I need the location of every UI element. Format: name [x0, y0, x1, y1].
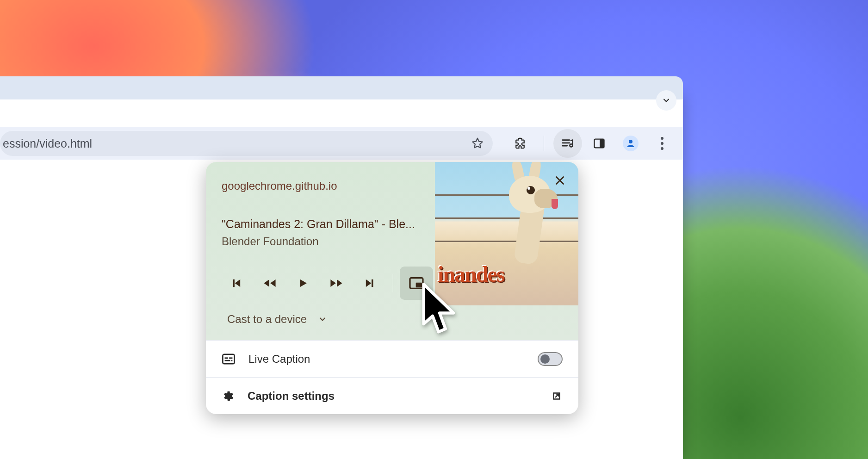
svg-rect-6 — [225, 357, 228, 359]
skip-next-icon — [363, 277, 376, 290]
browser-menu-button[interactable] — [654, 136, 670, 151]
caption-settings-row[interactable]: Caption settings — [206, 377, 578, 414]
chevron-down-icon — [318, 315, 327, 324]
extensions-button[interactable] — [512, 136, 528, 151]
url-text: ession/video.html — [0, 137, 92, 150]
side-panel-button[interactable] — [591, 136, 607, 151]
media-title: "Caminandes 2: Gran Dillama" - Ble... — [222, 217, 415, 231]
svg-rect-5 — [223, 354, 234, 363]
live-caption-label: Live Caption — [248, 353, 525, 366]
media-session-card: inandes googlechrome.github.io "Caminand… — [206, 162, 578, 340]
svg-rect-7 — [229, 357, 232, 359]
svg-point-2 — [629, 140, 632, 143]
chevron-down-icon — [662, 96, 671, 105]
controls-separator — [393, 274, 393, 292]
media-controls-button[interactable] — [560, 136, 576, 151]
fast-forward-button[interactable] — [320, 267, 353, 300]
cast-to-device-button[interactable]: Cast to a device — [227, 313, 327, 326]
skip-previous-icon — [230, 277, 243, 290]
toolbar-icon-group — [512, 136, 683, 151]
tabs-dropdown-button[interactable] — [656, 90, 676, 111]
browser-toolbar: ession/video.html — [0, 127, 683, 160]
media-source: googlechrome.github.io — [222, 180, 337, 192]
three-dots-icon — [661, 137, 663, 150]
cast-label: Cast to a device — [227, 313, 307, 326]
play-icon — [298, 277, 309, 290]
media-artist: Blender Foundation — [222, 235, 318, 248]
live-caption-toggle[interactable] — [538, 352, 563, 366]
play-button[interactable] — [286, 267, 320, 300]
media-controls-row — [220, 267, 433, 300]
close-icon — [554, 174, 566, 186]
rewind-icon — [262, 277, 277, 290]
gear-icon — [222, 390, 235, 403]
next-track-button[interactable] — [353, 267, 386, 300]
captions-icon — [222, 354, 236, 365]
caption-settings-label: Caption settings — [248, 390, 538, 403]
star-icon — [471, 136, 484, 150]
side-panel-icon — [593, 137, 606, 150]
artwork-logo-text: inandes — [438, 261, 504, 287]
previous-track-button[interactable] — [220, 267, 253, 300]
svg-rect-1 — [600, 139, 604, 148]
svg-rect-9 — [231, 360, 232, 361]
svg-rect-4 — [416, 283, 422, 288]
person-icon — [625, 138, 636, 149]
live-caption-row: Live Caption — [206, 340, 578, 377]
profile-button[interactable] — [623, 136, 639, 151]
puzzle-icon — [513, 136, 527, 150]
svg-rect-8 — [225, 360, 230, 361]
picture-in-picture-button[interactable] — [400, 267, 433, 300]
toolbar-separator — [544, 136, 544, 151]
bookmark-star-button[interactable] — [471, 136, 484, 150]
media-close-button[interactable] — [552, 173, 567, 188]
playlist-audio-icon — [561, 136, 575, 150]
fast-forward-icon — [329, 277, 344, 290]
pip-icon — [409, 277, 424, 290]
address-bar[interactable]: ession/video.html — [0, 131, 493, 156]
open-external-icon — [551, 390, 563, 402]
rewind-button[interactable] — [253, 267, 286, 300]
media-control-panel: inandes googlechrome.github.io "Caminand… — [206, 162, 578, 414]
tab-strip — [0, 76, 683, 99]
